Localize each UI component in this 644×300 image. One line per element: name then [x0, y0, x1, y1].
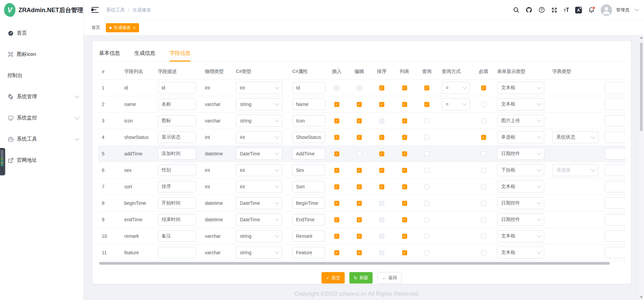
sort-checkbox[interactable]	[379, 250, 384, 255]
edit-checkbox[interactable]	[357, 184, 362, 189]
collapse-sidebar-icon[interactable]	[91, 7, 99, 13]
column-desc-input[interactable]	[158, 99, 196, 110]
query-checkbox[interactable]	[424, 217, 429, 222]
query-checkbox[interactable]	[424, 151, 429, 156]
list-checkbox[interactable]	[402, 135, 407, 140]
column-desc-input[interactable]	[158, 197, 196, 209]
edit-checkbox[interactable]	[357, 85, 362, 90]
sidebar-item[interactable]: 图标icon	[0, 44, 83, 65]
sidebar-item[interactable]: 首页	[0, 23, 83, 44]
insert-checkbox[interactable]	[334, 118, 339, 123]
horizontal-scrollbar[interactable]	[98, 262, 626, 265]
extra-input[interactable]	[605, 181, 626, 192]
column-desc-input[interactable]	[158, 164, 196, 176]
breadcrumb-item[interactable]: 系统工具	[106, 7, 125, 13]
dict-type-select[interactable]: 系统状态	[552, 131, 598, 143]
form-type-select[interactable]: 下拉框	[497, 164, 544, 176]
vertical-scrollbar-thumb[interactable]	[640, 43, 643, 131]
scroll-up-arrow-icon[interactable]	[640, 37, 643, 39]
sort-checkbox[interactable]	[379, 151, 384, 156]
extra-input[interactable]	[605, 230, 626, 242]
extra-input[interactable]	[605, 148, 626, 159]
scroll-down-arrow-icon[interactable]	[640, 296, 643, 298]
form-type-select[interactable]: 日期控件	[497, 148, 544, 160]
edit-checkbox[interactable]	[357, 118, 362, 123]
csharp-prop-input[interactable]	[292, 115, 325, 126]
column-desc-input[interactable]	[158, 132, 196, 143]
sort-checkbox[interactable]	[379, 234, 384, 239]
csharp-prop-input[interactable]	[292, 197, 325, 209]
dict-type-select[interactable]: 请选择	[552, 164, 598, 176]
csharp-prop-input[interactable]	[292, 247, 325, 258]
form-type-select[interactable]: 日期控件	[497, 214, 544, 226]
list-checkbox[interactable]	[402, 184, 407, 189]
column-desc-input[interactable]	[158, 230, 196, 242]
csharp-prop-input[interactable]	[292, 82, 325, 93]
insert-checkbox[interactable]	[334, 201, 339, 206]
column-desc-input[interactable]	[158, 82, 196, 93]
insert-checkbox[interactable]	[334, 217, 339, 222]
required-checkbox[interactable]	[481, 118, 486, 123]
csharp-type-select[interactable]: int	[236, 131, 282, 143]
edit-checkbox[interactable]	[357, 168, 362, 173]
query-checkbox[interactable]	[424, 118, 429, 123]
csharp-prop-input[interactable]	[292, 214, 325, 225]
form-type-select[interactable]: 文本框	[497, 230, 544, 242]
query-checkbox[interactable]	[424, 102, 429, 107]
edit-checkbox[interactable]	[357, 135, 362, 140]
query-checkbox[interactable]	[424, 135, 429, 140]
csharp-prop-input[interactable]	[292, 230, 325, 242]
avatar[interactable]	[601, 4, 612, 16]
csharp-prop-input[interactable]	[292, 132, 325, 143]
csharp-type-select[interactable]: DateTime	[236, 197, 282, 209]
search-icon[interactable]	[513, 7, 519, 13]
csharp-type-select[interactable]: string	[236, 115, 282, 127]
csharp-type-select[interactable]: string	[236, 98, 282, 110]
required-checkbox[interactable]	[481, 184, 486, 189]
list-checkbox[interactable]	[402, 234, 407, 239]
tag-active[interactable]: 生成修改×	[106, 23, 139, 32]
query-checkbox[interactable]	[424, 201, 429, 206]
sort-checkbox[interactable]	[379, 118, 384, 123]
required-checkbox[interactable]	[481, 168, 486, 173]
column-desc-input[interactable]	[158, 247, 196, 258]
list-checkbox[interactable]	[402, 102, 407, 107]
form-type-select[interactable]: 文本框	[497, 82, 544, 94]
csharp-prop-input[interactable]	[292, 164, 325, 176]
required-checkbox[interactable]	[481, 135, 486, 140]
extra-input[interactable]	[605, 197, 626, 209]
form-type-select[interactable]: 图片上传	[497, 115, 544, 127]
csharp-type-select[interactable]: string	[236, 247, 282, 259]
chevron-down-icon[interactable]	[635, 7, 639, 11]
required-checkbox[interactable]	[481, 201, 486, 206]
panel-tab[interactable]: 字段信息	[170, 50, 190, 61]
sort-checkbox[interactable]	[379, 168, 384, 173]
extra-input[interactable]	[605, 115, 626, 126]
query-checkbox[interactable]	[424, 168, 429, 173]
list-checkbox[interactable]	[402, 85, 407, 90]
form-type-select[interactable]: 单选框	[497, 131, 544, 143]
sidebar-item[interactable]: 系统工具	[0, 128, 83, 150]
insert-checkbox[interactable]	[334, 102, 339, 107]
edit-checkbox[interactable]	[357, 151, 362, 156]
insert-checkbox[interactable]	[334, 250, 339, 255]
list-checkbox[interactable]	[402, 217, 407, 222]
query-checkbox[interactable]	[424, 234, 429, 239]
language-icon[interactable]: A	[575, 7, 582, 13]
csharp-type-select[interactable]: DateTime	[236, 148, 282, 160]
list-checkbox[interactable]	[402, 151, 407, 156]
sort-checkbox[interactable]	[379, 201, 384, 206]
logo-row[interactable]: V ZRAdmin.NET后台管理	[0, 0, 83, 20]
csharp-type-select[interactable]: int	[236, 181, 282, 193]
sidebar-item[interactable]: 控制台	[0, 65, 83, 86]
csharp-prop-input[interactable]	[292, 148, 325, 159]
edit-checkbox[interactable]	[357, 102, 362, 107]
required-checkbox[interactable]	[481, 250, 486, 255]
insert-checkbox[interactable]	[334, 85, 339, 90]
column-desc-input[interactable]	[158, 181, 196, 192]
back-button[interactable]: ←返回	[377, 272, 402, 284]
query-checkbox[interactable]	[424, 184, 429, 189]
sort-checkbox[interactable]	[379, 102, 384, 107]
sidebar-item[interactable]: 系统管理	[0, 86, 83, 107]
close-icon[interactable]: ×	[133, 26, 136, 30]
